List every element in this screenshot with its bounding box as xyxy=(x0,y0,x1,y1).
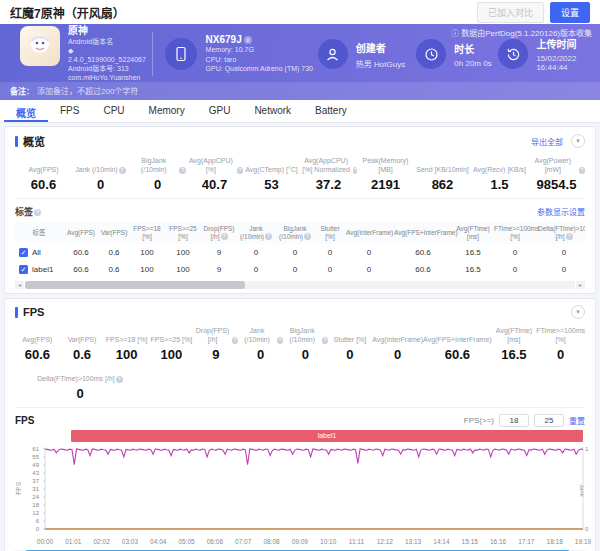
metric-value: 0 xyxy=(129,177,186,192)
table-cell: 60.6 xyxy=(63,245,99,261)
x-tick-label: 07:07 xyxy=(235,538,251,545)
app-version: ◆ 2.4.0_5199000_5224067 xyxy=(68,46,148,64)
overview-title-wrap: 概览 xyxy=(15,133,45,149)
table-cell: 100 xyxy=(129,262,165,278)
tab-network[interactable]: Network xyxy=(242,100,303,122)
settings-button[interactable]: 设置 xyxy=(550,2,590,23)
info-icon[interactable]: ? xyxy=(119,167,126,174)
fps-chart-plot[interactable]: FPS Jank 0612182431374349556101 xyxy=(15,444,585,538)
accent-bar xyxy=(15,136,18,147)
table-cell: 0 xyxy=(493,245,537,261)
collapse-fps-button[interactable]: ▾ xyxy=(571,305,585,319)
x-tick-label: 19:19 xyxy=(575,538,591,545)
row-checkbox[interactable]: ✓ xyxy=(19,248,28,257)
export-all-link[interactable]: 导出全部 xyxy=(531,136,563,147)
overview-header: 概览 导出全部 ▾ xyxy=(15,133,585,149)
x-tick-label: 13:13 xyxy=(405,538,421,545)
table-cell: 60.6 xyxy=(393,262,453,278)
metric: Avg(FPS+InterFrame)60.6 xyxy=(423,327,492,362)
titlebar: 红魔7原神（开风扇） 已加入对比 设置 xyxy=(0,0,600,24)
tab-memory[interactable]: Memory xyxy=(137,100,197,122)
note-bar[interactable]: 备注：添加备注，不超过200个字符 xyxy=(0,82,600,100)
metric-value: 53 xyxy=(243,177,300,192)
table-cell: 60.6 xyxy=(393,245,453,261)
metric: Peak(Memory) [MB]2191 xyxy=(357,157,414,192)
app-icon xyxy=(20,26,60,66)
scrollbar-track[interactable] xyxy=(25,281,575,289)
label1-band[interactable]: label1 xyxy=(71,430,583,442)
metric-label: Avg(CTemp) [°C] xyxy=(243,157,300,174)
info-icon[interactable]: ? xyxy=(179,167,186,174)
row-label: All xyxy=(32,249,41,257)
x-tick-label: 02:02 xyxy=(93,538,109,545)
metric: Jank (/10min)?0 xyxy=(238,327,283,362)
labels-title: 标签? xyxy=(15,205,41,218)
reset-button[interactable]: 重置 xyxy=(569,415,585,426)
tab-gpu[interactable]: GPU xyxy=(197,100,243,122)
y-tick-label: 49 xyxy=(15,462,39,468)
metric-value: 40.7 xyxy=(186,177,243,192)
x-tick-label: 08:08 xyxy=(263,538,279,545)
upload-value: 15/02/2022 16:44:44 xyxy=(536,54,600,72)
y-tick-label: 31 xyxy=(15,486,39,492)
info-icon[interactable]: ? xyxy=(34,209,41,216)
metric: Delta(FTime)>100ms [/h]? 0 xyxy=(15,366,145,401)
info-icon[interactable]: ? xyxy=(566,233,573,240)
metric-value: 100 xyxy=(104,347,149,362)
row-label: label1 xyxy=(32,266,53,274)
info-icon[interactable]: ? xyxy=(221,233,228,240)
fps-metrics: Avg(FPS)60.6Var(FPS)0.6FPS>=18 [%]100FPS… xyxy=(15,327,585,362)
collapse-overview-button[interactable]: ▾ xyxy=(571,134,585,148)
scrollbar-thumb[interactable] xyxy=(25,281,245,289)
metric-value: 60.6 xyxy=(15,177,72,192)
param-display-settings-link[interactable]: 参数显示设置 xyxy=(537,206,585,217)
metric-value: 0 xyxy=(72,177,129,192)
y-tick-label: 61 xyxy=(15,446,39,452)
page-content: 概览 导出全部 ▾ Avg(FPS)60.6Jank (/10min)?0Big… xyxy=(0,123,600,551)
column-header: Drop(FPS) [/h]? xyxy=(201,222,237,244)
metric: Avg(InterFrame)0 xyxy=(372,327,423,362)
info-icon[interactable]: ? xyxy=(265,233,272,240)
tab-概览[interactable]: 概览 xyxy=(4,100,48,122)
fps-threshold-input-1[interactable] xyxy=(499,414,529,427)
compare-button[interactable]: 已加入对比 xyxy=(477,2,544,23)
metric-label: Delta(FTime)>100ms [/h]? xyxy=(15,366,145,383)
info-icon[interactable]: ? xyxy=(304,233,311,240)
table-cell: 60.6 xyxy=(63,262,99,278)
metric: Var(FPS)0.6 xyxy=(60,327,105,362)
scroll-left-arrow[interactable]: ◂ xyxy=(15,281,24,289)
tab-battery[interactable]: Battery xyxy=(303,100,359,122)
tab-bar: 概览FPSCPUMemoryGPUNetworkBattery xyxy=(0,100,600,123)
device-info-icon[interactable]: i xyxy=(244,36,252,44)
fps-metrics-row2: Delta(FTime)>100ms [/h]? 0 xyxy=(15,366,585,401)
x-tick-label: 01:01 xyxy=(65,538,81,545)
metric: Avg(FPS)60.6 xyxy=(15,157,72,192)
table-cell: 100 xyxy=(165,262,201,278)
collector-note: ⓘ 数据由PerfDog(5.1.220126)版本收集 xyxy=(451,27,592,38)
column-header: Delta(FTime)>100ms [/h]? xyxy=(537,222,585,244)
metric-label: BigJank (/10min)? xyxy=(129,157,186,174)
tab-cpu[interactable]: CPU xyxy=(91,100,136,122)
row-checkbox[interactable]: ✓ xyxy=(19,265,28,274)
creator-label: 创建者 xyxy=(356,40,405,55)
fps-section-title: FPS xyxy=(23,306,44,318)
x-tick-label: 17:17 xyxy=(518,538,534,545)
column-header: Var(FPS) xyxy=(99,226,129,240)
overview-actions: 导出全部 ▾ xyxy=(531,134,585,148)
scroll-right-arrow[interactable]: ▸ xyxy=(576,281,585,289)
y-tick-label: 37 xyxy=(15,478,39,484)
upload-label: 上传时间 xyxy=(536,36,600,51)
info-icon[interactable]: ? xyxy=(116,376,123,383)
fps-threshold-input-2[interactable] xyxy=(534,414,564,427)
diamond-icon: ◆ xyxy=(68,47,73,54)
divider xyxy=(152,32,153,76)
note-placeholder: 添加备注，不超过200个字符 xyxy=(37,87,138,96)
metric: BigJank (/10min)?0 xyxy=(129,157,186,192)
info-icon[interactable]: ? xyxy=(579,167,585,174)
x-tick-label: 03:03 xyxy=(122,538,138,545)
accent-bar xyxy=(15,307,18,318)
person-icon xyxy=(318,39,348,69)
chart-canvas[interactable] xyxy=(15,444,593,538)
tab-fps[interactable]: FPS xyxy=(48,100,91,122)
row-label-cell: ✓All xyxy=(15,244,63,261)
